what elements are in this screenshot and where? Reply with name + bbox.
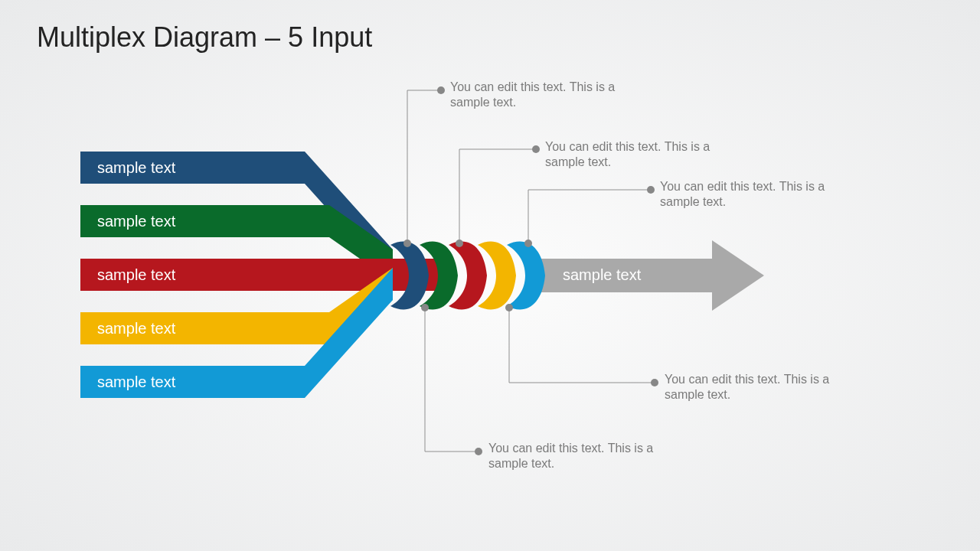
- input-label-3: sample text: [80, 259, 295, 291]
- callout-2: You can edit this text. This is a sample…: [545, 139, 744, 170]
- leader-c5: [421, 304, 482, 455]
- input-label-1: sample text: [80, 152, 295, 184]
- svg-point-8: [505, 304, 513, 311]
- svg-marker-1: [712, 240, 764, 311]
- callout-4: You can edit this text. This is a sample…: [665, 372, 864, 403]
- svg-point-10: [421, 304, 429, 311]
- svg-point-4: [456, 240, 463, 247]
- input-label-2: sample text: [80, 205, 295, 237]
- leader-c2: [456, 145, 540, 247]
- callout-3: You can edit this text. This is a sample…: [660, 179, 859, 210]
- svg-point-7: [647, 186, 655, 194]
- coil: [390, 242, 545, 310]
- svg-point-9: [651, 379, 658, 386]
- leader-c1: [403, 86, 445, 247]
- svg-point-11: [475, 448, 482, 455]
- svg-point-6: [524, 240, 532, 247]
- svg-point-2: [403, 240, 411, 247]
- svg-point-5: [532, 145, 540, 153]
- output-label: sample text: [563, 266, 641, 284]
- svg-point-3: [437, 86, 445, 94]
- input-label-4: sample text: [80, 312, 295, 344]
- leader-c3: [524, 186, 655, 247]
- input-label-5: sample text: [80, 366, 295, 398]
- diagram-stage: sample text sample text sample text samp…: [0, 0, 980, 551]
- callout-5: You can edit this text. This is a sample…: [488, 441, 688, 471]
- leader-c4: [505, 304, 658, 386]
- callout-1: You can edit this text. This is a sample…: [450, 80, 649, 110]
